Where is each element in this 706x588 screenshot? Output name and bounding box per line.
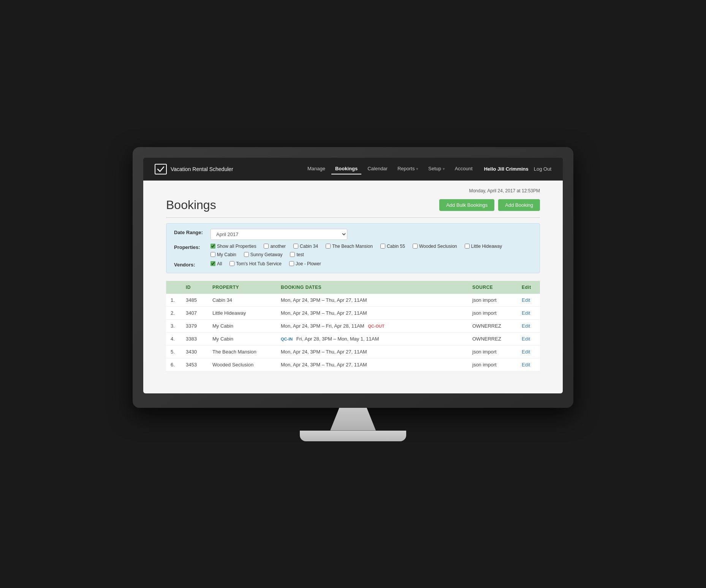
properties-row: Properties: Show all Properties another (174, 244, 532, 257)
row-edit[interactable]: Edit (517, 319, 540, 332)
table-row: 4. 3383 My Cabin QC-IN Fri, Apr 28, 3PM … (166, 332, 540, 345)
nav-account[interactable]: Account (451, 163, 476, 174)
page-header: Bookings Add Bulk Bookings Add Booking (166, 198, 540, 212)
row-edit[interactable]: Edit (517, 332, 540, 345)
main-content: Monday, April 24, 2017 at 12:53PM Bookin… (143, 181, 563, 393)
row-id: 3453 (181, 358, 208, 371)
nav-links: Manage Bookings Calendar Reports ▾ Setup… (304, 163, 476, 174)
row-id: 3407 (181, 306, 208, 319)
table-row: 6. 3453 Wooded Seclusion Mon, Apr 24, 3P… (166, 358, 540, 371)
table-header-row: ID PROPERTY BOOKING DATES SOURCE Edit (166, 281, 540, 294)
col-property: PROPERTY (208, 281, 276, 294)
nav-reports[interactable]: Reports ▾ (394, 163, 422, 174)
monitor-screen: Vacation Rental Scheduler Manage Booking… (143, 158, 563, 393)
row-edit[interactable]: Edit (517, 294, 540, 307)
col-dates: BOOKING DATES (276, 281, 468, 294)
date-range-select[interactable]: April 2017 (211, 229, 347, 240)
date-range-row: Date Range: April 2017 (174, 229, 532, 240)
vendor-plower[interactable]: Joe - Plower (289, 261, 321, 266)
row-dates: QC-IN Fri, Apr 28, 3PM – Mon, May 1, 11A… (276, 332, 468, 345)
nav-calendar[interactable]: Calendar (364, 163, 391, 174)
vendors-checkboxes: All Tom's Hot Tub Service Joe - Plower (211, 261, 532, 266)
add-bulk-bookings-button[interactable]: Add Bulk Bookings (439, 199, 494, 211)
qc-out-badge: QC-OUT (368, 324, 384, 328)
property-sunny-getaway[interactable]: Sunny Getaway (244, 252, 283, 257)
nav-logo: Vacation Rental Scheduler (155, 164, 233, 174)
row-num: 3. (166, 319, 181, 332)
properties-checkboxes: Show all Properties another Cabin 34 (211, 244, 532, 257)
row-property: The Beach Mansion (208, 345, 276, 358)
row-id: 3379 (181, 319, 208, 332)
nav-manage[interactable]: Manage (304, 163, 329, 174)
property-cabin55[interactable]: Cabin 55 (380, 244, 405, 249)
row-id: 3430 (181, 345, 208, 358)
row-id: 3383 (181, 332, 208, 345)
table-row: 2. 3407 Little Hideaway Mon, Apr 24, 3PM… (166, 306, 540, 319)
col-source: SOURCE (468, 281, 517, 294)
row-property: Cabin 34 (208, 294, 276, 307)
nav-bookings[interactable]: Bookings (331, 163, 361, 174)
row-property: My Cabin (208, 319, 276, 332)
vendors-row: Vendors: All Tom's Hot Tub Service (174, 261, 532, 268)
row-num: 2. (166, 306, 181, 319)
row-num: 6. (166, 358, 181, 371)
property-cabin34[interactable]: Cabin 34 (293, 244, 318, 249)
property-my-cabin[interactable]: My Cabin (211, 252, 236, 257)
table-body: 1. 3485 Cabin 34 Mon, Apr 24, 3PM – Thu,… (166, 294, 540, 371)
row-source: json import (468, 306, 517, 319)
nav-setup[interactable]: Setup ▾ (424, 163, 449, 174)
row-source: json import (468, 345, 517, 358)
property-beach-mansion[interactable]: The Beach Mansion (326, 244, 373, 249)
logo-icon (155, 164, 167, 174)
nav-logout[interactable]: Log Out (534, 166, 551, 172)
property-another[interactable]: another (264, 244, 286, 249)
row-edit[interactable]: Edit (517, 345, 540, 358)
date-range-label: Date Range: (174, 229, 204, 235)
nav-bar: Vacation Rental Scheduler Manage Booking… (143, 158, 563, 181)
bookings-table: ID PROPERTY BOOKING DATES SOURCE Edit 1.… (166, 281, 540, 371)
property-show-all[interactable]: Show all Properties (211, 244, 256, 249)
vendor-hot-tub[interactable]: Tom's Hot Tub Service (230, 261, 282, 266)
filter-panel: Date Range: April 2017 Properties: Show … (166, 223, 540, 273)
nav-user-greeting: Hello Jill Crimmins (484, 166, 529, 172)
table-header: ID PROPERTY BOOKING DATES SOURCE Edit (166, 281, 540, 294)
datetime: Monday, April 24, 2017 at 12:53PM (166, 188, 540, 193)
page-title: Bookings (166, 198, 216, 212)
row-num: 4. (166, 332, 181, 345)
setup-dropdown-arrow: ▾ (443, 166, 445, 171)
add-booking-button[interactable]: Add Booking (498, 199, 540, 211)
header-buttons: Add Bulk Bookings Add Booking (439, 199, 540, 211)
row-source: json import (468, 294, 517, 307)
row-dates: Mon, Apr 24, 3PM – Thu, Apr 27, 11AM (276, 294, 468, 307)
row-dates: Mon, Apr 24, 3PM – Thu, Apr 27, 11AM (276, 345, 468, 358)
col-edit: Edit (517, 281, 540, 294)
table-row: 5. 3430 The Beach Mansion Mon, Apr 24, 3… (166, 345, 540, 358)
col-num (166, 281, 181, 294)
row-source: OWNERREZ (468, 332, 517, 345)
row-num: 1. (166, 294, 181, 307)
row-source: json import (468, 358, 517, 371)
row-dates: Mon, Apr 24, 3PM – Thu, Apr 27, 11AM (276, 358, 468, 371)
row-property: Little Hideaway (208, 306, 276, 319)
monitor-wrap: Vacation Rental Scheduler Manage Booking… (133, 147, 573, 441)
row-num: 5. (166, 345, 181, 358)
row-edit[interactable]: Edit (517, 358, 540, 371)
property-wooded-seclusion[interactable]: Wooded Seclusion (413, 244, 457, 249)
property-little-hideaway[interactable]: Little Hideaway (465, 244, 502, 249)
monitor-stand-neck (330, 408, 376, 431)
table-row: 3. 3379 My Cabin Mon, Apr 24, 3PM – Fri,… (166, 319, 540, 332)
properties-label: Properties: (174, 244, 204, 250)
qc-in-badge: QC-IN (281, 337, 293, 341)
divider (166, 217, 540, 218)
monitor-stand-base (300, 431, 406, 441)
row-edit[interactable]: Edit (517, 306, 540, 319)
col-id: ID (181, 281, 208, 294)
property-test[interactable]: test (290, 252, 304, 257)
row-property: Wooded Seclusion (208, 358, 276, 371)
app-title: Vacation Rental Scheduler (171, 166, 233, 172)
reports-dropdown-arrow: ▾ (416, 166, 418, 171)
vendor-all[interactable]: All (211, 261, 222, 266)
row-source: OWNERREZ (468, 319, 517, 332)
row-property: My Cabin (208, 332, 276, 345)
table-row: 1. 3485 Cabin 34 Mon, Apr 24, 3PM – Thu,… (166, 294, 540, 307)
